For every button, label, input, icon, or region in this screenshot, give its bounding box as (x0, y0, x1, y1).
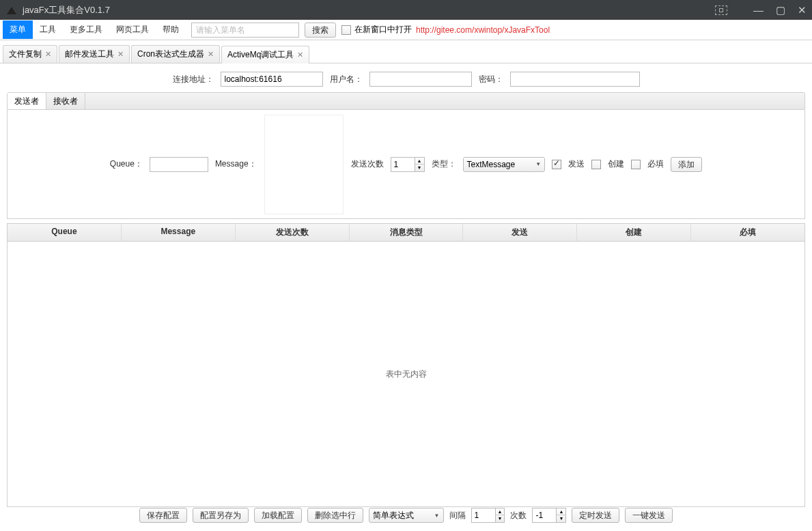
type-label: 类型： (432, 158, 456, 170)
interval-label: 间隔 (449, 510, 466, 521)
th-message[interactable]: Message (122, 224, 236, 241)
th-create[interactable]: 创建 (577, 224, 691, 241)
th-queue[interactable]: Queue (8, 224, 122, 241)
close-icon[interactable]: ✕ (117, 50, 124, 59)
footer-toolbar: 保存配置 配置另存为 加载配置 删除选中行 简单表达式 ▼ 间隔 ▲▼ 次数 ▲… (0, 504, 812, 527)
th-required[interactable]: 必填 (691, 224, 804, 241)
message-label: Message： (215, 158, 257, 170)
newwindow-label: 在新窗口中打开 (354, 24, 412, 35)
interval-spinner[interactable]: ▲▼ (471, 508, 505, 523)
menu-webtools[interactable]: 网页工具 (109, 20, 156, 39)
tab-filecopy[interactable]: 文件复制✕ (3, 45, 57, 63)
th-msgtype[interactable]: 消息类型 (350, 224, 464, 241)
add-button[interactable]: 添加 (671, 157, 702, 172)
fullscreen-icon[interactable] (715, 5, 727, 15)
menu-search-input[interactable] (191, 23, 299, 38)
username-input[interactable] (369, 72, 472, 87)
close-icon[interactable]: ✕ (208, 50, 214, 59)
menu-caidan[interactable]: 菜单 (3, 20, 33, 39)
address-label: 连接地址： (173, 74, 214, 85)
minimize-button[interactable]: — (751, 4, 766, 16)
create-label: 创建 (608, 158, 624, 170)
address-input[interactable] (221, 72, 323, 87)
type-select[interactable]: TextMessage ▼ (463, 157, 546, 172)
spinner-up-icon[interactable]: ▲ (557, 508, 565, 515)
tab-mail[interactable]: 邮件发送工具✕ (59, 45, 130, 63)
th-send[interactable]: 发送 (463, 224, 577, 241)
queue-label: Queue： (110, 158, 143, 170)
password-label: 密码： (479, 74, 503, 85)
send-label: 发送 (568, 158, 585, 170)
count-spinner[interactable]: ▲▼ (532, 508, 566, 523)
tab-receiver[interactable]: 接收者 (46, 93, 85, 109)
create-checkbox[interactable] (591, 160, 601, 169)
close-button[interactable]: ✕ (795, 4, 809, 16)
table-empty: 表中无内容 (8, 242, 804, 506)
tab-activemq[interactable]: ActiveMq调试工具✕ (221, 46, 309, 63)
menu-help[interactable]: 帮助 (156, 20, 186, 39)
send-checkbox[interactable] (552, 160, 561, 169)
chevron-down-icon: ▼ (535, 161, 541, 167)
menu-moretools[interactable]: 更多工具 (63, 20, 109, 39)
spinner-down-icon[interactable]: ▼ (496, 515, 505, 522)
message-textarea[interactable] (264, 114, 344, 215)
th-sendcount[interactable]: 发送次数 (236, 224, 350, 241)
close-icon[interactable]: ✕ (45, 50, 51, 59)
delete-row-button[interactable]: 删除选中行 (307, 508, 363, 523)
menu-tools[interactable]: 工具 (33, 20, 63, 39)
close-icon[interactable]: ✕ (297, 51, 303, 59)
tab-cron[interactable]: Cron表达式生成器✕ (131, 45, 220, 63)
queue-input[interactable] (150, 157, 208, 172)
timed-send-button[interactable]: 定时发送 (572, 508, 619, 523)
spinner-up-icon[interactable]: ▲ (415, 158, 424, 164)
sender-receiver-tabs: 发送者 接收者 (7, 92, 805, 110)
menubar: 菜单 工具 更多工具 网页工具 帮助 搜索 在新窗口中打开 http://git… (0, 20, 812, 40)
app-icon (5, 5, 18, 16)
titlebar: javaFx工具集合V0.1.7 — ▢ ✕ (0, 0, 812, 20)
save-config-button[interactable]: 保存配置 (139, 508, 187, 523)
spinner-down-icon[interactable]: ▼ (415, 164, 424, 171)
spinner-down-icon[interactable]: ▼ (557, 515, 565, 522)
window-title: javaFx工具集合V0.1.7 (23, 4, 715, 16)
saveas-config-button[interactable]: 配置另存为 (193, 508, 249, 523)
password-input[interactable] (510, 72, 640, 87)
count-label: 次数 (510, 510, 527, 521)
message-table: Queue Message 发送次数 消息类型 发送 创建 必填 表中无内容 (7, 223, 805, 507)
send-form: Queue： Message： 发送次数 ▲▼ 类型： TextMessage … (7, 110, 805, 219)
connection-row: 连接地址： 用户名： 密码： (7, 69, 805, 92)
search-button[interactable]: 搜索 (305, 23, 336, 38)
spinner-up-icon[interactable]: ▲ (496, 508, 505, 515)
tab-sender[interactable]: 发送者 (8, 93, 46, 109)
sendcount-spinner[interactable]: ▲▼ (391, 157, 425, 172)
sendcount-label: 发送次数 (351, 158, 384, 170)
newwindow-checkbox[interactable] (341, 25, 351, 35)
username-label: 用户名： (330, 74, 363, 85)
document-tabs: 文件复制✕ 邮件发送工具✕ Cron表达式生成器✕ ActiveMq调试工具✕ (0, 44, 812, 63)
required-label: 必填 (647, 158, 664, 170)
expression-select[interactable]: 简单表达式 ▼ (369, 508, 444, 523)
maximize-button[interactable]: ▢ (773, 4, 788, 16)
load-config-button[interactable]: 加载配置 (254, 508, 302, 523)
project-link[interactable]: http://gitee.com/xwintop/xJavaFxTool (416, 25, 550, 35)
onekey-send-button[interactable]: 一键发送 (625, 508, 673, 523)
chevron-down-icon: ▼ (434, 513, 440, 519)
required-checkbox[interactable] (631, 160, 641, 169)
